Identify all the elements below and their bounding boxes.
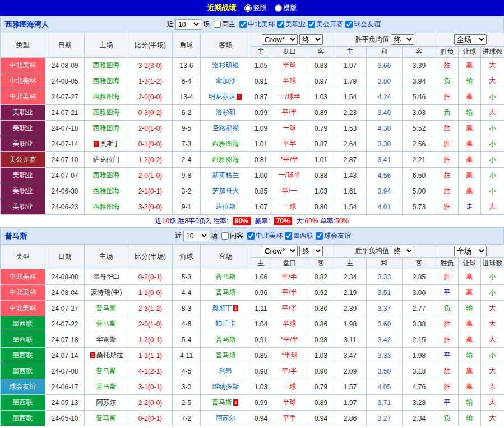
league-type-cell: 球会友谊 bbox=[1, 379, 45, 395]
home-team-cell[interactable]: 西雅图海 bbox=[85, 73, 128, 89]
score-cell[interactable]: 0-1(0-0) bbox=[128, 136, 173, 152]
odds-away-cell: 0.87 bbox=[308, 136, 334, 152]
away-team-cell[interactable]: 洛杉矶 bbox=[201, 105, 251, 121]
score-cell[interactable]: 1-2(0-1) bbox=[128, 332, 173, 348]
away-team-cell[interactable]: 圣路易斯 bbox=[201, 121, 251, 136]
odds-final-select[interactable]: 终 bbox=[299, 34, 323, 45]
score-cell[interactable]: 0-3(0-2) bbox=[128, 105, 173, 121]
home-team-cell[interactable]: 1奥斯丁 bbox=[85, 136, 128, 152]
match-row: 美职业24-06-23西雅图海3-2(0-0)9-1达拉斯1.07一球0.801… bbox=[1, 199, 504, 215]
home-team-cell[interactable]: 普马斯 bbox=[85, 379, 128, 395]
away-team-cell[interactable]: 普马斯 bbox=[201, 332, 251, 348]
away-team-cell[interactable]: 普马斯 bbox=[201, 348, 251, 363]
league-checkbox[interactable] bbox=[247, 232, 255, 240]
away-team-cell[interactable]: 达拉斯 bbox=[201, 199, 251, 215]
same-venue-checkbox[interactable] bbox=[214, 21, 221, 28]
home-team-cell[interactable]: 萨克拉门 bbox=[85, 152, 128, 168]
score-cell[interactable]: 3-2(0-0) bbox=[128, 199, 173, 215]
score-cell[interactable]: 2-1(0-1) bbox=[128, 183, 173, 199]
league-filter[interactable]: 中北美杯 bbox=[247, 231, 283, 241]
league-checkbox[interactable] bbox=[285, 232, 292, 240]
score-cell[interactable]: 2-3(1-2) bbox=[128, 301, 173, 316]
league-filter[interactable]: 美职业 bbox=[277, 20, 306, 29]
avg-final-select[interactable]: 终 bbox=[391, 246, 414, 256]
same-venue-filter[interactable]: 同客 bbox=[221, 231, 243, 241]
home-team-cell[interactable]: 普马斯 bbox=[85, 411, 128, 426]
home-team-cell[interactable]: 阿苏尔 bbox=[85, 395, 128, 411]
avg-final-select[interactable]: 终 bbox=[391, 34, 414, 45]
vertical-radio[interactable] bbox=[244, 4, 252, 12]
away-team-cell[interactable]: 洛杉矶银 bbox=[201, 58, 251, 73]
away-team-cell[interactable]: 西雅图海 bbox=[201, 152, 251, 168]
score-cell[interactable]: 2-0(1-0) bbox=[128, 316, 173, 332]
away-team-cell[interactable]: 普马斯1 bbox=[201, 395, 251, 411]
home-team-cell[interactable]: 西雅图海 bbox=[85, 168, 128, 183]
league-checkbox[interactable] bbox=[345, 21, 353, 28]
league-checkbox[interactable] bbox=[308, 21, 315, 28]
odds-provider-select[interactable]: Crow* bbox=[262, 34, 298, 45]
home-team-cell[interactable]: 华雷斯 bbox=[85, 332, 128, 348]
score-cell[interactable]: 1-1(1-1) bbox=[128, 348, 173, 363]
home-team-cell[interactable]: 西雅图海 bbox=[85, 105, 128, 121]
horizontal-layout-option[interactable]: 横版 bbox=[275, 3, 297, 13]
corners-cell: 13-6 bbox=[173, 58, 201, 73]
home-team-cell[interactable]: 西雅图海 bbox=[85, 183, 128, 199]
league-checkbox[interactable] bbox=[277, 21, 284, 28]
fullmatch-select[interactable]: 全场 bbox=[454, 246, 487, 256]
away-team-cell[interactable]: 普马斯 bbox=[201, 269, 251, 285]
league-checkbox[interactable] bbox=[316, 232, 323, 240]
home-team-cell[interactable]: 1桑托斯拉 bbox=[85, 348, 128, 363]
away-team-cell[interactable]: 利昂 bbox=[201, 363, 251, 379]
away-team-cell[interactable]: 阿苏尔 bbox=[201, 411, 251, 426]
games-count-select[interactable]: 10 bbox=[175, 19, 201, 30]
home-team-cell[interactable]: 西雅图海 bbox=[85, 89, 128, 105]
away-team-cell[interactable]: 维纳多斯 bbox=[201, 379, 251, 395]
col-header-home: 主场 bbox=[85, 33, 128, 58]
away-team-cell[interactable]: 拿加沙 bbox=[201, 73, 251, 89]
score-cell[interactable]: 0-2(0-1) bbox=[128, 269, 173, 285]
score-cell[interactable]: 1-2(0-2) bbox=[128, 152, 173, 168]
home-team-cell[interactable]: 普马斯 bbox=[85, 301, 128, 316]
fullmatch-select[interactable]: 全场 bbox=[454, 34, 487, 45]
team-name-text: 西雅图海 bbox=[93, 93, 120, 100]
league-filter[interactable]: 球会友谊 bbox=[316, 231, 351, 241]
away-team-cell[interactable]: 西雅图海 bbox=[201, 136, 251, 152]
home-team-cell[interactable]: 温哥华白 bbox=[85, 269, 128, 285]
away-team-cell[interactable]: 明尼苏达1 bbox=[201, 89, 251, 105]
away-team-cell[interactable]: 奥斯丁1 bbox=[201, 301, 251, 316]
home-team-cell[interactable]: 蒙特瑞(中) bbox=[85, 285, 128, 301]
score-cell[interactable]: 0-2(0-1) bbox=[128, 411, 173, 426]
league-filter[interactable]: 中北美杯 bbox=[239, 20, 275, 29]
score-cell[interactable]: 3-1(0-1) bbox=[128, 379, 173, 395]
same-venue-checkbox[interactable] bbox=[221, 232, 229, 240]
score-cell[interactable]: 3-1(3-0) bbox=[128, 58, 173, 73]
league-filter[interactable]: 球会友谊 bbox=[345, 20, 381, 29]
vertical-layout-option[interactable]: 竖版 bbox=[244, 3, 267, 13]
league-checkbox[interactable] bbox=[239, 21, 247, 28]
score-cell[interactable]: 2-0(0-0) bbox=[128, 89, 173, 105]
games-count-select[interactable]: 10 bbox=[183, 231, 209, 241]
away-team-cell[interactable]: 芝加哥火 bbox=[201, 183, 251, 199]
league-filter[interactable]: 美公开赛 bbox=[308, 20, 343, 29]
horizontal-radio[interactable] bbox=[275, 4, 282, 12]
away-team-cell[interactable]: 普马斯 bbox=[201, 285, 251, 301]
odds-final-select[interactable]: 终 bbox=[299, 246, 323, 256]
home-team-cell[interactable]: 普马斯 bbox=[85, 316, 128, 332]
score-cell[interactable]: 2-2(0-0) bbox=[128, 395, 173, 411]
odds-provider-select[interactable]: Crow* bbox=[262, 246, 298, 256]
score-cell[interactable]: 1-3(1-2) bbox=[128, 73, 173, 89]
league-filter[interactable]: 墨西联 bbox=[285, 231, 313, 241]
home-team-cell[interactable]: 西雅图海 bbox=[85, 58, 128, 73]
away-team-cell[interactable]: 帕丘卡 bbox=[201, 316, 251, 332]
home-team-cell[interactable]: 西雅图海 bbox=[85, 199, 128, 215]
same-venue-filter[interactable]: 同主 bbox=[214, 20, 235, 29]
home-team-cell[interactable]: 西雅图海 bbox=[85, 121, 128, 136]
away-team-cell[interactable]: 新英格兰 bbox=[201, 168, 251, 183]
home-team-cell[interactable]: 普马斯 bbox=[85, 363, 128, 379]
league-filter-label: 美公开赛 bbox=[316, 20, 343, 29]
score-cell[interactable]: 2-0(1-0) bbox=[128, 121, 173, 136]
match-row: 美职业24-07-21西雅图海0-3(0-2)6-2洛杉矶0.99平/半0.89… bbox=[1, 105, 504, 121]
score-cell[interactable]: 2-0(1-0) bbox=[128, 168, 173, 183]
score-cell[interactable]: 4-1(2-1) bbox=[128, 363, 173, 379]
score-cell[interactable]: 1-1(0-0) bbox=[128, 285, 173, 301]
